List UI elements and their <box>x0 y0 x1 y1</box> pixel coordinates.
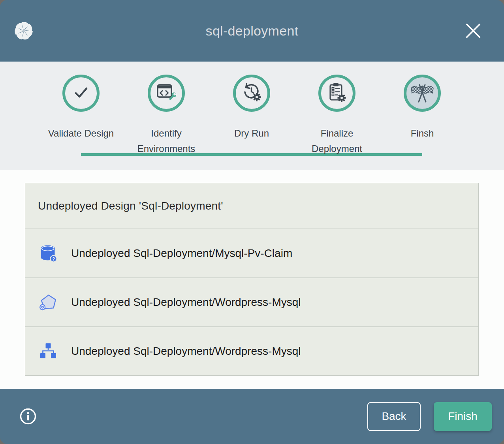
checkered-flags-icon <box>410 81 435 105</box>
step-label: Dry Run <box>234 126 269 141</box>
finish-button[interactable]: Finish <box>434 402 492 431</box>
step-finalize-deployment[interactable]: Finalize Deployment <box>294 62 380 157</box>
status-panel-title: Undeployed Design 'Sql-Deployment' <box>25 183 478 229</box>
step-circle <box>233 75 270 112</box>
dialog-footer: Back Finish <box>0 389 504 444</box>
deployment-status-area: Undeployed Design 'Sql-Deployment' ? Und… <box>0 170 504 389</box>
sql-deployment-dialog: sql-deployment Validate Design <box>0 0 504 444</box>
status-row-mysql-pv-claim: ? Undeployed Sql-Deployment/Mysql-Pv-Cla… <box>25 229 478 277</box>
code-tools-icon <box>156 83 176 103</box>
dialog-title: sql-deployment <box>206 23 299 39</box>
step-circle <box>62 75 100 112</box>
status-row-text: Undeployed Sql-Deployment/Wordpress-Mysq… <box>71 345 301 358</box>
back-button[interactable]: Back <box>367 402 421 431</box>
clipboard-gear-icon <box>327 82 346 104</box>
status-row-text: Undeployed Sql-Deployment/Mysql-Pv-Claim <box>71 247 292 260</box>
step-circle <box>318 75 355 112</box>
status-row-text: Undeployed Sql-Deployment/Wordpress-Mysq… <box>71 296 301 309</box>
step-circle <box>148 75 185 112</box>
step-finish[interactable]: Finsh <box>380 62 465 157</box>
step-circle <box>404 75 441 112</box>
pentagon-badge-icon <box>39 293 57 311</box>
check-icon <box>71 83 90 103</box>
nirmata-pinwheel-logo-icon <box>13 20 35 42</box>
status-row-wordpress-mysql-service: Undeployed Sql-Deployment/Wordpress-Mysq… <box>25 278 478 326</box>
hierarchy-icon <box>39 342 57 360</box>
step-label: Validate Design <box>48 126 114 141</box>
info-icon[interactable] <box>19 408 37 425</box>
status-panel: Undeployed Design 'Sql-Deployment' ? Und… <box>25 183 479 376</box>
step-label: Finalize Deployment <box>299 126 376 157</box>
wizard-stepper: Validate Design <box>0 62 504 170</box>
status-row-wordpress-mysql-app: Undeployed Sql-Deployment/Wordpress-Mysq… <box>25 327 478 375</box>
step-label: Finsh <box>411 126 434 141</box>
step-validate-design[interactable]: Validate Design <box>38 62 124 157</box>
step-identify-environments[interactable]: Identify Environments <box>124 62 209 157</box>
database-question-icon: ? <box>39 244 57 262</box>
dialog-header: sql-deployment <box>0 0 504 62</box>
step-dry-run[interactable]: Dry Run <box>209 62 294 157</box>
sync-gear-icon <box>241 82 262 104</box>
close-icon[interactable] <box>465 22 482 39</box>
svg-text:?: ? <box>52 257 55 261</box>
step-label: Identify Environments <box>128 126 205 157</box>
